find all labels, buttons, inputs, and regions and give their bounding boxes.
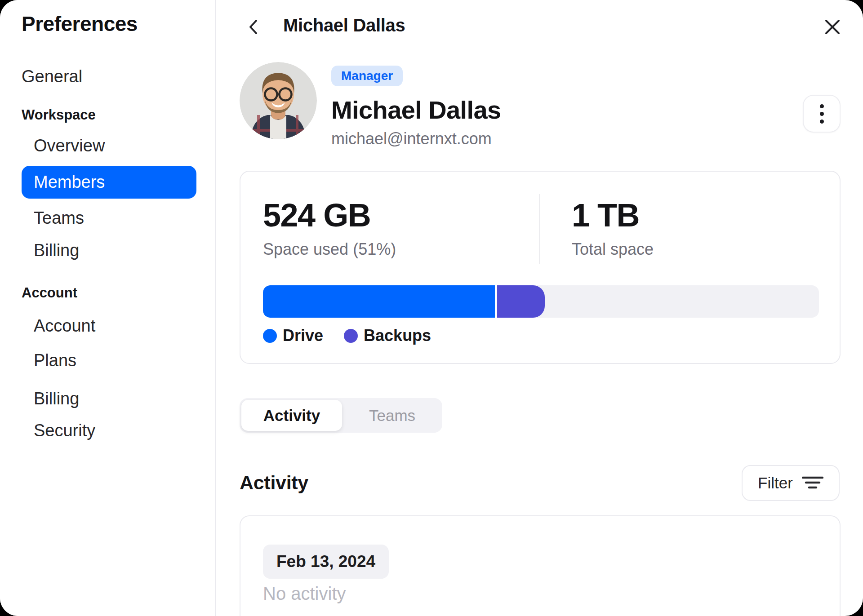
sidebar-header-workspace: Workspace [22, 107, 96, 123]
legend-label-backups: Backups [364, 326, 431, 345]
tab-activity[interactable]: Activity [241, 400, 342, 431]
filter-button[interactable]: Filter [742, 465, 840, 501]
progress-drive [263, 285, 495, 318]
activity-heading: Activity [240, 472, 308, 494]
activity-empty-text: No activity [263, 584, 346, 604]
storage-progress-bar [263, 285, 819, 318]
total-space-value: 1 TB [572, 197, 639, 234]
legend-dot [263, 329, 277, 343]
legend-item-drive: Drive [263, 326, 323, 345]
legend-dot [344, 329, 358, 343]
filter-button-label: Filter [758, 474, 793, 492]
legend-item-backups: Backups [344, 326, 431, 345]
storage-usage-card: 524 GB Space used (51%) 1 TB Total space… [240, 171, 841, 364]
storage-legend: Drive Backups [263, 326, 431, 345]
kebab-icon [820, 104, 824, 124]
space-used-value: 524 GB [263, 197, 370, 234]
detail-tabs: Activity Teams [240, 398, 442, 433]
member-detail-panel: Michael Dallas [215, 0, 863, 616]
sidebar-item-billing-account[interactable]: Billing [34, 389, 79, 408]
sidebar-item-members-label: Members [34, 173, 105, 192]
close-icon [821, 15, 844, 39]
close-button[interactable] [821, 15, 844, 39]
back-button[interactable] [243, 16, 265, 38]
activity-feed-card: Feb 13, 2024 No activity [240, 515, 841, 616]
progress-backups [497, 285, 545, 318]
total-space-label: Total space [572, 240, 654, 259]
more-options-button[interactable] [803, 95, 841, 133]
sidebar-item-overview[interactable]: Overview [34, 136, 105, 155]
role-badge: Manager [331, 66, 403, 86]
tab-teams[interactable]: Teams [342, 398, 442, 433]
sidebar-item-account[interactable]: Account [34, 316, 95, 336]
preferences-window: Preferences General Workspace Overview M… [0, 0, 863, 616]
sidebar: Preferences General Workspace Overview M… [0, 0, 216, 616]
filter-icon [802, 475, 823, 491]
sidebar-title: Preferences [22, 12, 138, 36]
member-name: Michael Dallas [331, 95, 501, 124]
stat-divider [539, 194, 540, 264]
legend-label-drive: Drive [283, 326, 323, 345]
activity-date-badge: Feb 13, 2024 [263, 545, 389, 579]
member-email: michael@internxt.com [331, 129, 492, 148]
sidebar-item-billing-workspace[interactable]: Billing [34, 241, 79, 260]
avatar [240, 62, 317, 139]
space-used-label: Space used (51%) [263, 240, 396, 259]
sidebar-header-account: Account [22, 285, 77, 301]
sidebar-item-security[interactable]: Security [34, 421, 95, 440]
chevron-left-icon [243, 16, 265, 38]
sidebar-item-plans[interactable]: Plans [34, 351, 76, 370]
sidebar-item-teams[interactable]: Teams [34, 208, 84, 228]
sidebar-item-members[interactable]: Members [22, 166, 196, 199]
sidebar-item-general[interactable]: General [22, 67, 82, 86]
page-title: Michael Dallas [283, 15, 405, 35]
